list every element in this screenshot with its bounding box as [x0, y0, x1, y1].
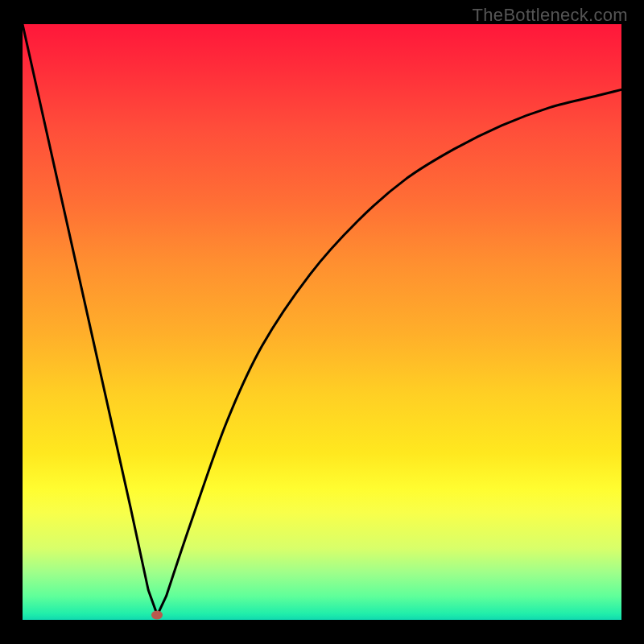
minimum-marker: [151, 611, 163, 620]
watermark-text: TheBottleneck.com: [473, 5, 628, 26]
plot-area: [23, 24, 621, 620]
bottleneck-curve: [23, 24, 621, 620]
